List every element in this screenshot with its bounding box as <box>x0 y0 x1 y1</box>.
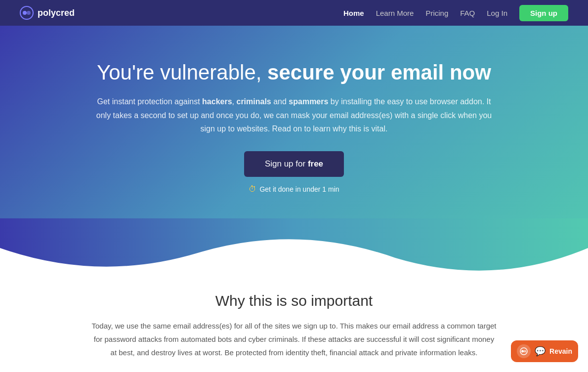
timer-text: Get it done in under 1 min <box>259 185 339 193</box>
why-body: Today, we use the same email address(es)… <box>91 319 497 359</box>
nav-signup-button[interactable]: Sign up <box>519 5 568 21</box>
hero-cta-container: Sign up for free <box>10 151 578 185</box>
hero-headline-bold: secure your email now <box>267 61 491 84</box>
timer-icon: ⏱ <box>249 185 256 194</box>
revain-icon <box>517 344 531 358</box>
cta-normal: Sign up for <box>265 159 308 168</box>
nav-home[interactable]: Home <box>343 9 364 17</box>
navbar: polycred Home Learn More Pricing FAQ Log… <box>0 0 588 26</box>
svg-point-5 <box>524 350 526 353</box>
revain-widget[interactable]: 💬 Revain <box>511 340 578 362</box>
logo[interactable]: polycred <box>20 6 75 20</box>
nav-pricing[interactable]: Pricing <box>425 9 448 17</box>
svg-point-2 <box>27 11 31 15</box>
why-section: Why this is so important Today, we use t… <box>0 278 588 372</box>
hero-signup-button[interactable]: Sign up for free <box>244 151 344 177</box>
nav-learn-more[interactable]: Learn More <box>376 9 414 17</box>
nav-faq[interactable]: FAQ <box>460 9 475 17</box>
hero-timer: ⏱ Get it done in under 1 min <box>10 185 578 194</box>
hero-subtext: Get instant protection against hackers, … <box>91 95 497 135</box>
hero-wave <box>0 218 588 278</box>
hero-headline: You're vulnerable, secure your email now <box>10 60 578 85</box>
revain-label: Revain <box>549 347 572 355</box>
chat-icon: 💬 <box>535 346 546 357</box>
nav-links: Home Learn More Pricing FAQ Log In Sign … <box>343 5 568 21</box>
wave-transition <box>0 218 588 278</box>
hero-headline-normal: You're vulnerable, <box>97 61 261 84</box>
logo-icon <box>20 6 34 20</box>
cta-bold: free <box>308 159 323 168</box>
why-heading: Why this is so important <box>10 292 578 309</box>
logo-text: polycred <box>38 8 75 18</box>
svg-point-4 <box>521 350 524 353</box>
nav-login[interactable]: Log In <box>487 9 507 17</box>
svg-point-1 <box>23 11 27 15</box>
